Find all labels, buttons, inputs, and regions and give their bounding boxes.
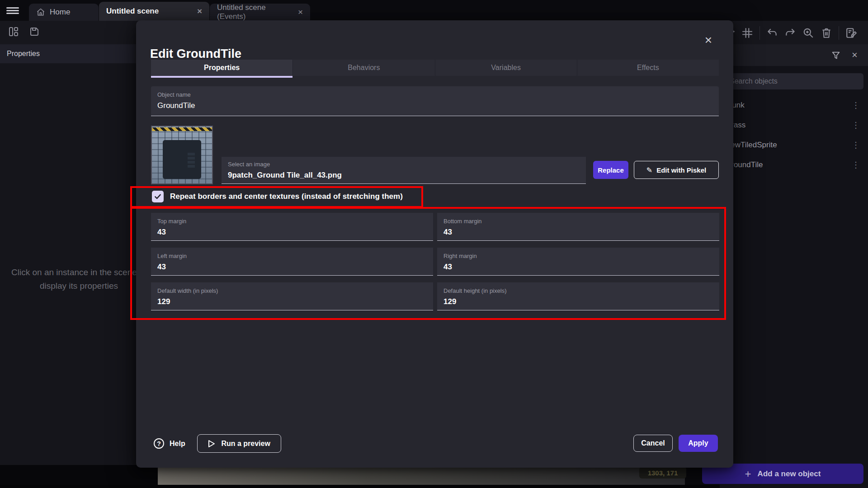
open-panels-icon[interactable] [8,26,19,37]
default-height-label: Default height (in pixels) [443,287,506,294]
main-menu-icon[interactable] [6,6,19,15]
run-preview-button[interactable]: Run a preview [197,434,281,453]
default-width-label: Default width (in pixels) [157,287,218,294]
default-width-field[interactable]: Default width (in pixels) 129 [151,282,433,310]
save-icon[interactable] [29,26,40,37]
dialog-title: Edit GroundTile [150,47,241,61]
apply-button[interactable]: Apply [679,435,718,452]
dialog-tab-effects[interactable]: Effects [577,60,719,76]
edit-with-piskel-button[interactable]: ✎ Edit with Piskel [634,161,719,179]
object-menu-icon[interactable]: ⋮ [852,160,860,170]
object-list-item[interactable]: GroundTile ⋮ [720,155,868,175]
edit-object-dialog: Edit GroundTile × Properties Behaviors V… [136,20,733,468]
bottom-margin-label: Bottom margin [443,218,482,225]
dialog-tabs: Properties Behaviors Variables Effects [151,60,719,76]
left-margin-field[interactable]: Left margin 43 [151,248,433,276]
help-button[interactable]: ? Help [154,438,185,449]
toolbar-divider [760,26,760,40]
grid-icon[interactable] [741,27,753,39]
edit-with-piskel-label: Edit with Piskel [656,166,706,174]
redo-icon[interactable] [784,27,796,39]
default-height-value: 129 [443,297,456,306]
close-tab-icon[interactable]: × [197,6,202,16]
tile-center [163,140,201,179]
dialog-tab-variables[interactable]: Variables [435,60,577,76]
help-label: Help [170,440,185,448]
object-name-field[interactable]: Object name GroundTile [151,86,719,116]
tab-label: Untitled scene [106,7,159,16]
tab-label: Home [50,8,70,17]
object-name-label: Object name [157,91,191,98]
repeat-borders-label: Repeat borders and center textures (inst… [170,192,403,201]
bottom-margin-value: 43 [443,228,452,237]
top-margin-field[interactable]: Top margin 43 [151,213,433,241]
zoom-in-icon[interactable] [802,27,814,39]
bottom-margin-field[interactable]: Bottom margin 43 [437,213,719,241]
repeat-borders-checkbox[interactable] [152,191,164,202]
pencil-icon: ✎ [646,166,652,174]
dialog-close-icon[interactable]: × [701,33,716,47]
object-list-item[interactable]: Grass ⋮ [720,115,868,135]
left-margin-value: 43 [157,263,166,272]
right-margin-value: 43 [443,263,452,272]
object-menu-icon[interactable]: ⋮ [852,140,860,150]
tab-untitled-scene-events[interactable]: Untitled scene (Events) × [210,4,310,21]
home-icon [36,8,45,17]
left-margin-label: Left margin [157,253,187,259]
toolbar-divider [839,26,839,40]
tab-label: Untitled scene (Events) [217,3,293,21]
trash-icon[interactable] [821,27,832,39]
question-mark-icon: ? [154,438,164,449]
cancel-button[interactable]: Cancel [633,435,673,452]
search-objects-input[interactable] [723,73,863,89]
image-file-name: 9patch_Ground Tile_all_43.png [228,171,342,180]
tile-image-thumbnail[interactable] [151,126,213,184]
tab-untitled-scene[interactable]: Untitled scene × [99,2,209,21]
properties-panel: Click on an instance in the scene to dis… [0,63,158,465]
cursor-coordinates-badge: 1303, 171 [639,467,686,479]
right-margin-label: Right margin [443,253,477,259]
replace-button[interactable]: Replace [593,161,628,179]
undo-icon[interactable] [766,27,778,39]
properties-panel-title: Properties [7,50,40,58]
dialog-tab-properties[interactable]: Properties [151,60,293,76]
tab-home[interactable]: Home [29,4,99,21]
add-new-object-label: Add a new object [758,469,821,479]
default-width-value: 129 [157,297,170,306]
object-list-item[interactable]: NewTiledSprite ⋮ [720,135,868,155]
repeat-borders-row: Repeat borders and center textures (inst… [152,191,403,202]
image-select-field[interactable]: Select an image 9patch_Ground Tile_all_4… [222,157,586,184]
object-list-item[interactable]: Trunk ⋮ [720,95,868,115]
edit-scene-properties-icon[interactable] [845,27,857,39]
properties-empty-message: Click on an instance in the scene to dis… [0,266,158,293]
close-panel-icon[interactable]: × [852,51,858,60]
right-margin-field[interactable]: Right margin 43 [437,248,719,276]
default-height-field[interactable]: Default height (in pixels) 129 [437,282,719,310]
plus-icon: + [745,468,751,480]
top-margin-value: 43 [157,228,166,237]
close-tab-icon[interactable]: × [298,7,303,17]
tab-bar: Home Untitled scene × Untitled scene (Ev… [0,0,868,21]
objects-panel-header [720,44,868,66]
filter-icon[interactable] [831,51,841,61]
play-icon [208,440,216,448]
object-menu-icon[interactable]: ⋮ [852,100,860,110]
tile-hazard-stripe [152,127,212,131]
run-preview-label: Run a preview [221,440,270,448]
image-select-label: Select an image [228,161,270,168]
app-window: Home Untitled scene × Untitled scene (Ev… [0,0,868,488]
properties-panel-header: Properties [0,44,158,63]
dialog-tab-behaviors[interactable]: Behaviors [293,60,435,76]
object-menu-icon[interactable]: ⋮ [852,120,860,130]
object-name-value: GroundTile [157,101,195,110]
top-margin-label: Top margin [157,218,186,225]
